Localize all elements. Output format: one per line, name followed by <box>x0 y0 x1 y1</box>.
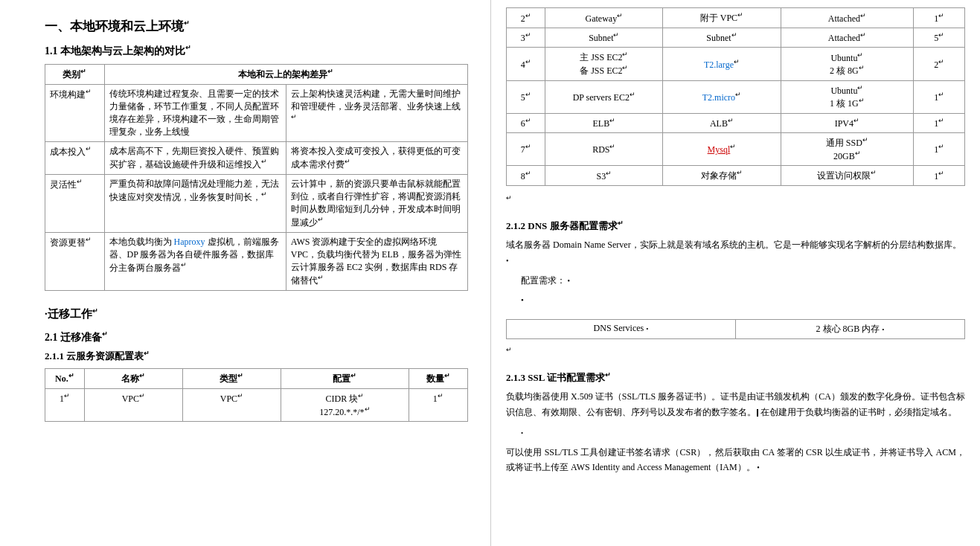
table-row: 3↵ Subnet↵ Subnet↵ Attached↵ 5↵ <box>507 28 965 48</box>
row-label-flex: 灵活性↵ <box>45 174 105 232</box>
section-title: 一、本地环境和云上环境↵ <box>45 18 468 35</box>
cell-count-6: 1↵ <box>914 114 965 133</box>
cell-no-3: 3↵ <box>507 28 545 48</box>
table-row: 1↵ VPC↵ VPC↵ CIDR 块↵ 127.20.*.*/*↵ 1↵ <box>45 388 468 421</box>
col-count: 数量↵ <box>409 368 467 388</box>
cell-config-2: Attached↵ <box>781 8 914 28</box>
ssl-body-1: 负载均衡器使用 X.509 证书（SSL/TLS 服务器证书）。证书是由证书颁发… <box>506 389 965 420</box>
spacer-arrow: ↵ <box>506 193 965 208</box>
dns-col-spec: 2 核心 8GB 内存 • <box>736 319 965 338</box>
row-resource-cloud: AWS 资源构建于安全的虚拟网络环境 VPC，负载均衡代替为 ELB，服务器为弹… <box>286 232 467 290</box>
dns-body-1: 域名服务器 Domain Name Server，实际上就是装有域名系统的主机。… <box>506 237 965 268</box>
row-env-cloud: 云上架构快速灵活构建，无需大量时间维护和管理硬件，业务灵活部署、业务快速上线↵ <box>286 84 467 141</box>
cell-type-7: Mysql↵ <box>663 133 781 166</box>
dns-body-2: 配置需求： • <box>521 273 965 288</box>
table-row: 6↵ ELB↵ ALB↵ IPV4↵ 1↵ <box>507 114 965 133</box>
ssl-spacer: • <box>521 425 965 440</box>
cell-count-7: 1↵ <box>914 133 965 166</box>
cloud-table-title: 2.1.1 云服务资源配置表↵ <box>45 350 468 363</box>
dns-spacer: • <box>521 294 965 311</box>
dns-table-row: DNS Services • 2 核心 8GB 内存 • <box>507 319 965 338</box>
row-resource-local: 本地负载均衡为 Haproxy 虚拟机，前端服务器、DP 服务器为各自硬件服务器… <box>104 232 286 290</box>
cell-type-2: 附于 VPC↵ <box>663 8 781 28</box>
cell-no-7: 7↵ <box>507 133 545 166</box>
cell-config-4: Ubuntu↵ 2 核 8G↵ <box>781 48 914 81</box>
cell-config-1: CIDR 块↵ 127.20.*.*/*↵ <box>281 388 409 421</box>
table-row: 8↵ S3↵ 对象存储↵ 设置访问权限↵ 1↵ <box>507 166 965 186</box>
cell-type-6: ALB↵ <box>663 114 781 133</box>
row-flex-cloud: 云计算中，新的资源只要单击鼠标就能配置到位，或者自行弹性扩容，将调配资源消耗时间… <box>286 174 467 232</box>
cell-count-1: 1↵ <box>409 388 467 421</box>
col-category: 类别↵ <box>45 64 105 84</box>
migration-subsection: 2.1 迁移准备↵ <box>45 330 468 344</box>
subsection-1-1: 1.1 本地架构与云上架构的对比↵ <box>45 44 468 58</box>
cell-config-8: 设置访问权限↵ <box>781 166 914 186</box>
cell-name-1: VPC↵ <box>84 388 182 421</box>
ssl-section-title: 2.1.3 SSL 证书配置需求↵ <box>506 371 965 385</box>
cell-name-5: DP servers EC2↵ <box>545 81 663 114</box>
cell-type-1: VPC↵ <box>182 388 281 421</box>
dns-table: DNS Services • 2 核心 8GB 内存 • <box>506 319 965 339</box>
cell-name-3: Subnet↵ <box>545 28 663 48</box>
cell-no-8: 8↵ <box>507 166 545 186</box>
row-label-env: 环境构建↵ <box>45 84 105 141</box>
left-panel: 一、本地环境和云上环境↵ 1.1 本地架构与云上架构的对比↵ 类别↵ 本地和云上… <box>0 0 491 546</box>
col-diff: 本地和云上的架构差异↵ <box>104 64 467 84</box>
cell-name-8: S3↵ <box>545 166 663 186</box>
cell-no-1: 1↵ <box>45 388 85 421</box>
cell-count-5: 1↵ <box>914 81 965 114</box>
cell-no-4: 4↵ <box>507 48 545 81</box>
row-cost-cloud: 将资本投入变成可变投入，获得更低的可变成本需求付费↵ <box>286 141 467 174</box>
cell-count-2: 1↵ <box>914 8 965 28</box>
cell-no-5: 5↵ <box>507 81 545 114</box>
ssl-body-2: 可以使用 SSL/TLS 工具创建证书签名请求（CSR），然后获取由 CA 签署… <box>506 445 965 475</box>
cell-name-6: ELB↵ <box>545 114 663 133</box>
cell-name-2: Gateway↵ <box>545 8 663 28</box>
cell-count-4: 2↵ <box>914 48 965 81</box>
row-cost-local: 成本居高不下，先期巨资投入硬件、预置购买扩容，基础设施硬件升级和运维投入↵ <box>104 141 286 174</box>
cell-config-3: Attached↵ <box>781 28 914 48</box>
cell-config-6: IPV4↵ <box>781 114 914 133</box>
table-row: 7↵ RDS↵ Mysql↵ 通用 SSD↵ 20GB↵ 1↵ <box>507 133 965 166</box>
cell-no-6: 6↵ <box>507 114 545 133</box>
row-env-local: 传统环境构建过程复杂、且需要一定的技术力量储备，环节工作重复，不同人员配置环境存… <box>104 84 286 141</box>
row-label-cost: 成本投入↵ <box>45 141 105 174</box>
cloud-resources-table: No.↵ 名称↵ 类型↵ 配置↵ 数量↵ 1↵ VPC↵ VPC↵ CIDR 块… <box>45 368 468 422</box>
cell-name-7: RDS↵ <box>545 133 663 166</box>
dns-col-service: DNS Services • <box>507 319 736 338</box>
col-config: 配置↵ <box>281 368 409 388</box>
table-row: 环境构建↵ 传统环境构建过程复杂、且需要一定的技术力量储备，环节工作重复，不同人… <box>45 84 468 141</box>
cell-count-8: 1↵ <box>914 166 965 186</box>
cell-type-8: 对象存储↵ <box>663 166 781 186</box>
cell-type-5: T2.micro↵ <box>663 81 781 114</box>
table-row: 成本投入↵ 成本居高不下，先期巨资投入硬件、预置购买扩容，基础设施硬件升级和运维… <box>45 141 468 174</box>
cell-type-3: Subnet↵ <box>663 28 781 48</box>
table-row: 4↵ 主 JSS EC2↵ 备 JSS EC2↵ T2.large↵ Ubunt… <box>507 48 965 81</box>
table-row: 2↵ Gateway↵ 附于 VPC↵ Attached↵ 1↵ <box>507 8 965 28</box>
cell-config-5: Ubuntu↵ 1 核 1G↵ <box>781 81 914 114</box>
cell-type-4: T2.large↵ <box>663 48 781 81</box>
row-label-resource: 资源更替↵ <box>45 232 105 290</box>
cell-count-3: 5↵ <box>914 28 965 48</box>
table-row: 资源更替↵ 本地负载均衡为 Haproxy 虚拟机，前端服务器、DP 服务器为各… <box>45 232 468 290</box>
dns-section-title: 2.1.2 DNS 服务器配置需求↵ <box>506 219 965 233</box>
cell-no-2: 2↵ <box>507 8 545 28</box>
col-no: No.↵ <box>45 368 85 388</box>
col-name: 名称↵ <box>84 368 182 388</box>
table-row: 5↵ DP servers EC2↵ T2.micro↵ Ubuntu↵ 1 核… <box>507 81 965 114</box>
row-flex-local: 严重负荷和故障问题情况处理能力差，无法快速应对突发情况，业务恢复时间长，↵ <box>104 174 286 232</box>
cell-name-4: 主 JSS EC2↵ 备 JSS EC2↵ <box>545 48 663 81</box>
table-row: 灵活性↵ 严重负荷和故障问题情况处理能力差，无法快速应对突发情况，业务恢复时间长… <box>45 174 468 232</box>
comparison-table: 类别↵ 本地和云上的架构差异↵ 环境构建↵ 传统环境构建过程复杂、且需要一定的技… <box>45 64 468 291</box>
cell-config-7: 通用 SSD↵ 20GB↵ <box>781 133 914 166</box>
spacer-arrow-2: ↵ <box>506 344 965 360</box>
cloud-resources-table-continued: 2↵ Gateway↵ 附于 VPC↵ Attached↵ 1↵ 3↵ Subn… <box>506 7 965 186</box>
right-panel: 2↵ Gateway↵ 附于 VPC↵ Attached↵ 1↵ 3↵ Subn… <box>491 0 980 546</box>
col-type: 类型↵ <box>182 368 281 388</box>
migration-title: ·迁移工作↵ <box>45 307 468 321</box>
